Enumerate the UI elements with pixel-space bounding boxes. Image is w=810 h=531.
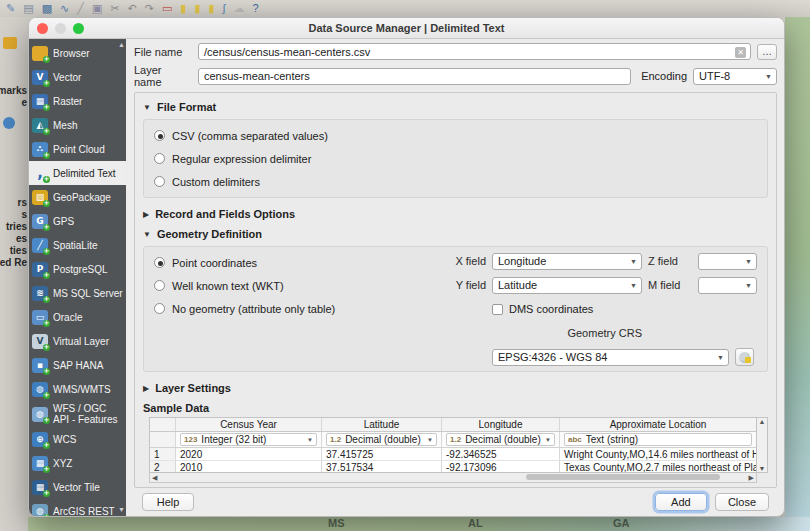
section-file-format[interactable]: ▼ File Format [143,97,768,117]
sidebar-item-vector[interactable]: V+ Vector [29,65,126,89]
sidebar-item-vector-tile[interactable]: ▦+ Vector Tile [29,475,126,499]
m-field-select[interactable]: ▼ [698,277,757,294]
radio-button-icon[interactable] [154,280,165,291]
section-layer-settings[interactable]: ▶ Layer Settings [143,378,768,398]
file-format-option[interactable]: Custom delimiters [154,170,757,193]
sidebar-item-label: Oracle [53,312,82,323]
clear-input-icon[interactable]: ✕ [735,47,746,58]
table-vertical-scrollbar[interactable]: ▲ ▼ [757,417,768,473]
undo-icon[interactable]: ↶ [128,3,137,14]
mesh-layer-icon[interactable]: ▩ [42,3,52,14]
sidebar-item-label: Raster [53,96,82,107]
z-field-select[interactable]: ▼ [698,253,757,270]
sidebar-item-gps[interactable]: G+ GPS [29,209,126,233]
file-format-option[interactable]: CSV (comma separated values) [154,124,757,147]
geometry-type-option[interactable]: Well known text (WKT) [154,274,404,297]
scroll-up-icon[interactable]: ▲ [759,418,766,425]
edit-pencil-icon[interactable]: ✎ [6,3,15,14]
sidebar-item-label: Vector [53,72,81,83]
field-type-select[interactable]: 123 Integer (32 bit) ▼ [180,433,317,446]
geometry-crs-value: EPSG:4326 - WGS 84 [498,351,607,363]
processing-chip-icon[interactable]: ▤ [23,3,33,14]
column-header[interactable]: Census Year [176,418,322,431]
zoom-window-icon[interactable] [73,23,84,34]
scroll-left-icon[interactable]: ◀ [152,474,157,482]
scroll-down-icon[interactable]: ▼ [759,465,766,472]
label-tag-icon-2[interactable]: ▮ [194,3,200,14]
table-row[interactable]: 2201037.517534-92.173096Texas County,MO,… [150,461,756,473]
browser-folder-icon: + [32,46,48,61]
sidebar-item-wcs[interactable]: ⊕+ WCS [29,427,126,451]
sidebar-scroll-up-icon[interactable]: ▲ [118,41,125,48]
save-edits-icon[interactable]: ▣ [92,3,102,14]
sidebar-item-xyz[interactable]: ▦+ XYZ [29,451,126,475]
sidebar-item-wfs-ogc-api-features[interactable]: ◍+ WFS / OGC API - Features [29,401,126,427]
radio-button-icon[interactable] [154,130,165,141]
node-tool-icon[interactable]: ✂ [110,3,119,14]
sidebar-item-geopackage[interactable]: ▧+ GeoPackage [29,185,126,209]
help-icon[interactable]: ? [253,3,259,14]
sidebar-item-ms-sql-server[interactable]: ≋+ MS SQL Server [29,281,126,305]
field-type-select[interactable]: abc Text (string) [564,433,752,446]
x-field-value: Longitude [498,255,546,267]
geometry-type-option[interactable]: Point coordinates [154,251,404,274]
geometry-type-option[interactable]: No geometry (attribute only table) [154,297,404,320]
sidebar-item-browser[interactable]: + Browser [29,41,126,65]
section-title: Layer Settings [155,382,231,394]
field-type-select[interactable]: 1.2 Decimal (double) ▼ [326,433,437,446]
sidebar-item-arcgis-rest[interactable]: ◍+ ArcGIS REST [29,499,126,516]
corner-cell [150,418,176,431]
radio-button-icon[interactable] [154,303,165,314]
chevron-down-icon: ▼ [427,437,433,443]
expand-triangle-icon: ▶ [143,384,149,393]
table-row[interactable]: 1202037.415725-92.346525Wright County,MO… [150,448,756,461]
column-header[interactable]: Longitude [442,418,560,431]
table-horizontal-scrollbar[interactable]: ◀ ▶ [149,473,757,483]
vector-layer-icon[interactable]: ∿ [60,3,69,14]
encoding-select[interactable]: UTF-8 ▼ [693,68,777,85]
close-button[interactable]: Close [715,493,769,511]
scroll-right-icon[interactable]: ▶ [749,474,754,482]
radio-button-icon[interactable] [154,176,165,187]
y-field-select[interactable]: Latitude ▼ [492,277,642,294]
column-header[interactable]: Approximate Location [560,418,756,431]
file-format-option[interactable]: Regular expression delimiter [154,147,757,170]
sidebar-item-delimited-text[interactable]: ,+ Delimited Text [29,161,126,185]
sidebar-item-sap-hana[interactable]: ▪+ SAP HANA [29,353,126,377]
add-button[interactable]: Add [655,493,707,511]
label-abc-icon[interactable]: ▭ [162,3,172,14]
label-tag-icon-3[interactable]: ▮ [208,3,214,14]
sidebar-item-postgresql[interactable]: P+ PostgreSQL [29,257,126,281]
x-field-select[interactable]: Longitude ▼ [492,253,642,270]
sidebar-item-virtual-layer[interactable]: V+ Virtual Layer [29,329,126,353]
field-type-select[interactable]: 1.2 Decimal (double) ▼ [446,433,555,446]
radio-button-icon[interactable] [154,257,165,268]
sidebar-item-oracle[interactable]: ▭+ Oracle [29,305,126,329]
close-window-icon[interactable] [37,23,48,34]
sidebar-item-raster[interactable]: ▦+ Raster [29,89,126,113]
section-record-fields[interactable]: ▶ Record and Fields Options [143,204,768,224]
help-button[interactable]: Help [142,493,194,511]
dms-coordinates-checkbox[interactable] [492,304,503,315]
radio-button-icon[interactable] [154,153,165,164]
section-geometry-definition[interactable]: ▼ Geometry Definition [143,224,768,244]
digitize-icon[interactable]: ╱ [77,3,84,14]
sidebar-item-spatialite[interactable]: ╱+ SpatiaLite [29,233,126,257]
redo-icon[interactable]: ↷ [145,3,154,14]
scrollbar-thumb[interactable] [526,474,720,480]
column-header[interactable]: Latitude [322,418,442,431]
sidebar-item-point-cloud[interactable]: ∴+ Point Cloud [29,137,126,161]
file-name-input[interactable]: /census/census-mean-centers.csv ✕ [198,43,751,60]
layer-name-input[interactable]: census-mean-centers [198,68,631,85]
chevron-down-icon: ▼ [717,354,724,361]
sidebar-scroll-down-icon[interactable]: ▼ [118,506,125,513]
sidebar-item-wms-wmts[interactable]: ◍+ WMS/WMTS [29,377,126,401]
geometry-crs-select[interactable]: EPSG:4326 - WGS 84 ▼ [492,349,729,366]
label-tag-icon-1[interactable]: ▮ [180,3,186,14]
dialog-titlebar[interactable]: Data Source Manager | Delimited Text [29,18,784,39]
browse-file-button[interactable]: … [757,44,777,60]
sidebar-item-mesh[interactable]: ◭+ Mesh [29,113,126,137]
python-console-icon[interactable]: ∫ [223,3,226,14]
cloud-icon[interactable]: ☁ [234,3,245,14]
select-crs-button[interactable] [735,348,754,366]
